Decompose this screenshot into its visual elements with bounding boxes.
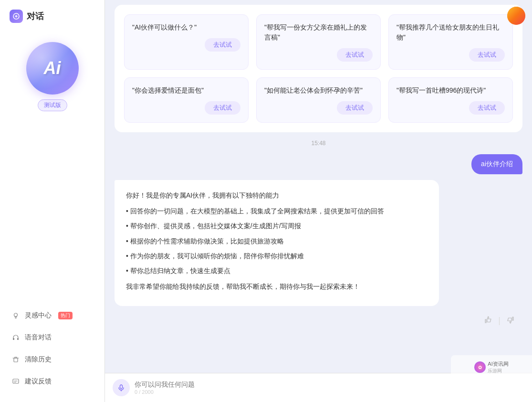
suggestion-card-0[interactable]: "AI伙伴可以做什么？" 去试试 xyxy=(124,14,249,70)
sidebar-nav: 灵感中心 热门 语音对话 清除历史 建议反馈 xyxy=(0,305,104,402)
ai-intro: 你好！我是你的专属AI伙伴，我拥有以下独特的能力 xyxy=(126,190,428,201)
ai-bubble: 你好！我是你的专属AI伙伴，我拥有以下独特的能力 • 回答你的一切问题，在大模型… xyxy=(115,180,439,306)
inspiration-label: 灵感中心 xyxy=(25,311,52,320)
suggestion-card-4[interactable]: "如何能让老公体会到怀孕的辛苦" 去试试 xyxy=(256,77,381,123)
watermark: ✿ AI资讯网 乐游网 xyxy=(451,355,532,379)
avatar-glow xyxy=(26,42,79,95)
suggestion-card-5[interactable]: "帮我写一首吐槽996的现代诗" 去试试 xyxy=(388,77,513,123)
main-content: "AI伙伴可以做什么？" 去试试 "帮我写一份女方父亲在婚礼上的发言稿" 去试试… xyxy=(105,0,532,402)
suggestion-text-2: "帮我推荐几个送给女朋友的生日礼物" xyxy=(396,22,505,42)
user-bubble: ai伙伴介绍 xyxy=(471,154,522,174)
suggestion-text-4: "如何能让老公体会到怀孕的辛苦" xyxy=(264,85,373,95)
ai-avatar-container: Ai 测试版 xyxy=(26,42,79,111)
like-button[interactable] xyxy=(484,316,492,326)
try-btn-0[interactable]: 去试试 xyxy=(205,38,240,52)
try-btn-1[interactable]: 去试试 xyxy=(337,48,373,62)
lightbulb-icon xyxy=(11,311,20,320)
try-btn-3[interactable]: 去试试 xyxy=(205,101,240,115)
clear-label: 清除历史 xyxy=(25,355,52,364)
suggestion-card-3[interactable]: "你会选择爱情还是面包" 去试试 xyxy=(124,77,249,123)
ai-outro: 我非常希望你能给我持续的反馈，帮助我不断成长，期待你与我一起探索未来！ xyxy=(126,281,428,293)
suggestion-cards-container: "AI伙伴可以做什么？" 去试试 "帮我写一份女方父亲在婚礼上的发言稿" 去试试… xyxy=(115,5,522,132)
sidebar-item-clear[interactable]: 清除历史 xyxy=(0,349,104,370)
mic-button[interactable] xyxy=(113,379,130,396)
headphone-icon xyxy=(11,333,20,342)
watermark-inner: ✿ AI资讯网 乐游网 xyxy=(474,360,508,374)
feedback-icon xyxy=(11,377,20,386)
svg-rect-4 xyxy=(14,358,18,362)
svg-rect-2 xyxy=(13,338,14,340)
sidebar: 对话 Ai 测试版 灵感中心 热门 语音对话 清除历史 xyxy=(0,0,105,402)
ai-avatar: Ai xyxy=(26,42,79,95)
chat-input[interactable] xyxy=(135,381,524,388)
try-btn-4[interactable]: 去试试 xyxy=(337,101,373,115)
sidebar-item-inspiration[interactable]: 灵感中心 热门 xyxy=(0,305,104,327)
user-message: ai伙伴介绍 xyxy=(115,154,522,174)
suggestion-text-5: "帮我写一首吐槽996的现代诗" xyxy=(396,85,505,95)
sidebar-item-feedback[interactable]: 建议反馈 xyxy=(0,370,104,392)
char-count: 0 / 2000 xyxy=(135,389,524,395)
ai-bullet-3: • 作为你的朋友，我可以倾听你的烦恼，陪伴你帮你排忧解难 xyxy=(126,250,428,262)
app-title: 对话 xyxy=(27,11,44,22)
hot-badge: 热门 xyxy=(58,312,73,319)
dislike-button[interactable] xyxy=(506,316,515,326)
svg-rect-3 xyxy=(17,338,19,340)
timestamp: 15:48 xyxy=(115,140,522,147)
try-btn-5[interactable]: 去试试 xyxy=(469,101,505,115)
input-wrapper: 0 / 2000 xyxy=(135,381,524,395)
watermark-site: AI资讯网 xyxy=(488,360,508,368)
user-avatar[interactable] xyxy=(507,7,525,25)
avatar-image xyxy=(507,7,525,25)
chat-area: "AI伙伴可以做什么？" 去试试 "帮我写一份女方父亲在婚礼上的发言稿" 去试试… xyxy=(105,0,532,373)
suggestion-text-0: "AI伙伴可以做什么？" xyxy=(132,22,240,32)
svg-point-1 xyxy=(14,313,18,317)
beta-badge: 测试版 xyxy=(38,99,67,111)
trash-icon xyxy=(11,355,20,364)
ai-bullet-4: • 帮你总结归纳文章，快速生成要点 xyxy=(126,265,428,277)
reaction-row: | xyxy=(115,312,522,330)
sidebar-header: 对话 xyxy=(0,10,104,32)
ai-bullet-0: • 回答你的一切问题，在大模型的基础上，我集成了全网搜索结果，提供更加可信的回答 xyxy=(126,205,428,217)
app-logo xyxy=(10,10,23,23)
watermark-logo: ✿ xyxy=(474,361,486,373)
ai-bullet-1: • 帮你创作、提供灵感，包括社交媒体文案/生成图片/写周报 xyxy=(126,220,428,232)
watermark-sub: 乐游网 xyxy=(488,368,508,374)
suggestion-card-2[interactable]: "帮我推荐几个送给女朋友的生日礼物" 去试试 xyxy=(388,14,513,70)
suggestion-grid: "AI伙伴可以做什么？" 去试试 "帮我写一份女方父亲在婚礼上的发言稿" 去试试… xyxy=(124,14,513,123)
try-btn-2[interactable]: 去试试 xyxy=(469,48,505,62)
reaction-divider: | xyxy=(498,316,501,326)
suggestion-card-1[interactable]: "帮我写一份女方父亲在婚礼上的发言稿" 去试试 xyxy=(256,14,381,70)
voice-label: 语音对话 xyxy=(25,333,52,342)
suggestion-text-1: "帮我写一份女方父亲在婚礼上的发言稿" xyxy=(264,22,373,42)
watermark-text: AI资讯网 乐游网 xyxy=(488,360,508,374)
feedback-label: 建议反馈 xyxy=(25,377,52,386)
sidebar-item-voice[interactable]: 语音对话 xyxy=(0,327,104,349)
svg-rect-6 xyxy=(120,385,123,389)
ai-message: 你好！我是你的专属AI伙伴，我拥有以下独特的能力 • 回答你的一切问题，在大模型… xyxy=(115,180,522,306)
ai-bullet-2: • 根据你的个性需求辅助你做决策，比如提供旅游攻略 xyxy=(126,235,428,247)
suggestion-text-3: "你会选择爱情还是面包" xyxy=(132,85,240,95)
